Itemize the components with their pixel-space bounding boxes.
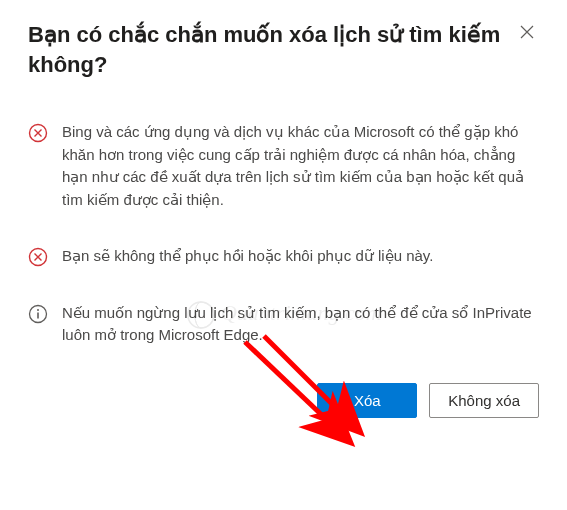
cancel-button[interactable]: Không xóa <box>429 383 539 418</box>
warning-text: Bạn sẽ không thể phục hồi hoặc khôi phục… <box>62 245 433 268</box>
close-icon <box>519 24 535 43</box>
info-item: Nếu muốn ngừng lưu lịch sử tìm kiếm, bạn… <box>28 302 539 347</box>
error-icon <box>28 247 48 267</box>
close-button[interactable] <box>515 20 539 47</box>
warning-text: Bing và các ứng dụng và dịch vụ khác của… <box>62 121 539 211</box>
warning-item: Bing và các ứng dụng và dịch vụ khác của… <box>28 121 539 211</box>
warning-item: Bạn sẽ không thể phục hồi hoặc khôi phục… <box>28 245 539 268</box>
dialog-header: Bạn có chắc chắn muốn xóa lịch sử tìm ki… <box>28 20 539 79</box>
confirm-dialog: Bạn có chắc chắn muốn xóa lịch sử tìm ki… <box>0 0 567 438</box>
svg-point-3 <box>37 309 39 311</box>
svg-rect-4 <box>37 312 39 318</box>
error-icon <box>28 123 48 143</box>
dialog-title: Bạn có chắc chắn muốn xóa lịch sử tìm ki… <box>28 20 505 79</box>
confirm-button[interactable]: Xóa <box>317 383 417 418</box>
info-text: Nếu muốn ngừng lưu lịch sử tìm kiếm, bạn… <box>62 302 539 347</box>
dialog-footer: Xóa Không xóa <box>28 383 539 418</box>
info-icon <box>28 304 48 324</box>
dialog-body: Bing và các ứng dụng và dịch vụ khác của… <box>28 121 539 347</box>
